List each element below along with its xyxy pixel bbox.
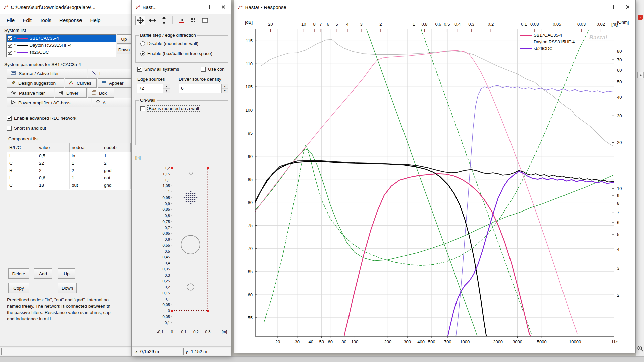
- edge-sources-value[interactable]: 72: [137, 84, 163, 93]
- enable-freespace-radio[interactable]: [140, 51, 145, 56]
- system-visible-checkbox[interactable]: [8, 50, 12, 55]
- system-up-button[interactable]: Up: [117, 34, 131, 44]
- response-window-titlebar[interactable]: ♪2 Basta! - Response: [234, 0, 635, 14]
- component-down-button[interactable]: Down: [58, 283, 77, 293]
- component-cell: 1: [102, 152, 131, 160]
- tab-row-1: Source / Active filterL: [7, 69, 138, 78]
- tab-l[interactable]: L: [88, 69, 138, 78]
- baffle-corner-handle[interactable]: [207, 167, 209, 169]
- baffle-outline[interactable]: [172, 168, 208, 311]
- grid-icon[interactable]: [189, 16, 198, 25]
- woofer-circle[interactable]: [181, 235, 200, 254]
- system-params-label: System parameters for SB17CAC35-4: [4, 62, 81, 67]
- driver-density-arrows[interactable]: ▲▼: [221, 84, 228, 93]
- column-header-nodea[interactable]: nodea: [70, 143, 102, 152]
- port-circle[interactable]: [187, 284, 194, 290]
- baffle-shape[interactable]: [171, 167, 209, 312]
- component-row-5[interactable]: C18outgnd: [7, 182, 131, 189]
- menu-edit[interactable]: Edit: [19, 16, 35, 25]
- use-con-row[interactable]: Use con: [201, 67, 231, 72]
- driver-density-value[interactable]: 6: [179, 84, 221, 93]
- use-con-checkbox[interactable]: [201, 67, 206, 72]
- system-list-item-sb26cdc[interactable]: *sb26CDC: [7, 49, 116, 56]
- component-row-3[interactable]: R22gnd: [7, 167, 131, 174]
- short-in-out-row[interactable]: Short in and out: [7, 126, 46, 131]
- system-down-button[interactable]: Down: [117, 45, 131, 54]
- tweeter-source-cluster[interactable]: [184, 191, 197, 204]
- svg-text:0,02: 0,02: [597, 22, 605, 27]
- v-resize-icon[interactable]: [159, 16, 168, 25]
- chart-legend: SB17CAC35-4Dayton RSS315HF-4sb26CDC: [520, 33, 575, 51]
- tab-source-active-filter[interactable]: Source / Active filter: [7, 69, 87, 78]
- delete-button[interactable]: Delete: [8, 268, 29, 279]
- baffle-window-title: Bast...: [143, 4, 157, 10]
- component-row-2[interactable]: C2212: [7, 160, 131, 167]
- tab-power-amplifier-ac-bass[interactable]: Power amplifier / AC-bass: [7, 98, 91, 107]
- box-on-wall-row[interactable]: Box is mounted on a wall: [140, 105, 200, 112]
- rlc-network-checkbox[interactable]: [7, 116, 12, 121]
- scroll-up-button[interactable]: [637, 72, 644, 78]
- zoom-in-icon[interactable]: [637, 345, 644, 352]
- curve-system-sum: [255, 160, 614, 201]
- enable-freespace-row[interactable]: Enable (box/baffle in free space): [140, 51, 212, 56]
- h-resize-icon[interactable]: [148, 16, 157, 25]
- tab-label: L: [99, 71, 102, 76]
- tab-driver[interactable]: Driver: [55, 88, 87, 98]
- baffle-layout-editor[interactable]: [m]1,21,151,11,0510,950,90,850,80,750,70…: [132, 153, 231, 347]
- add-button[interactable]: Add: [34, 268, 52, 279]
- svg-text:75: 75: [248, 223, 253, 228]
- chart-frame: [255, 29, 614, 336]
- baffle-window-titlebar[interactable]: ♪2 Bast...: [132, 0, 231, 14]
- minimize-button[interactable]: [184, 0, 200, 14]
- close-button[interactable]: [215, 0, 231, 14]
- record-tool-icon[interactable]: ♪: [638, 15, 643, 20]
- column-header-rlc[interactable]: R/L/C: [7, 143, 37, 152]
- edge-sources-spinner[interactable]: 72 ▲▼: [137, 84, 170, 93]
- corner-grid-icon[interactable]: [177, 16, 186, 25]
- baffle-corner-handle[interactable]: [171, 310, 173, 312]
- component-up-button[interactable]: Up: [58, 268, 75, 279]
- minimize-button[interactable]: [588, 0, 604, 14]
- column-header-value[interactable]: value: [37, 143, 70, 152]
- baffle-corner-handle[interactable]: [207, 310, 209, 312]
- copy-button[interactable]: Copy: [8, 283, 29, 293]
- bottom-axis-labels: 2030405060801002003004005007001000200030…: [275, 336, 618, 344]
- component-row-4[interactable]: L0,61out: [7, 174, 131, 182]
- tab-box[interactable]: Box: [88, 88, 114, 98]
- move-icon[interactable]: [135, 16, 145, 25]
- svg-text:0,15: 0,15: [163, 291, 170, 295]
- menu-response[interactable]: Response: [56, 16, 86, 25]
- driver-density-label: Driver source density: [179, 77, 221, 82]
- driver-density-spinner[interactable]: 6 ▲▼: [179, 84, 228, 93]
- maximize-button[interactable]: [604, 0, 620, 14]
- rect-icon[interactable]: [200, 16, 209, 25]
- column-header-nodeb[interactable]: nodeb: [102, 143, 131, 152]
- show-all-systems-checkbox[interactable]: [137, 67, 142, 72]
- menu-help[interactable]: Help: [87, 16, 104, 25]
- system-list-item-sb17cac35-4[interactable]: *SB17CAC35-4: [7, 35, 116, 42]
- system-visible-checkbox[interactable]: [8, 36, 12, 41]
- top-hole-circle[interactable]: [190, 172, 193, 175]
- tab-curves[interactable]: Curves: [65, 78, 97, 88]
- maximize-button[interactable]: [200, 0, 215, 14]
- show-all-systems-row[interactable]: Show all systems: [137, 67, 179, 72]
- close-button[interactable]: [620, 0, 635, 14]
- svg-text:40: 40: [617, 95, 622, 100]
- tab-passive-filter[interactable]: Passive filter: [7, 88, 54, 98]
- menu-tools[interactable]: Tools: [36, 16, 55, 25]
- svg-text:3000: 3000: [513, 339, 522, 344]
- system-visible-checkbox[interactable]: [8, 43, 12, 48]
- baffle-corner-handle[interactable]: [171, 167, 173, 169]
- tab-design-suggestion[interactable]: Design suggestion: [7, 78, 64, 88]
- tab-a[interactable]: A: [92, 98, 132, 107]
- rlc-network-row[interactable]: Enable advanced RLC network: [7, 116, 76, 121]
- svg-text:100: 100: [245, 108, 253, 113]
- component-row-1[interactable]: L0,5in1: [7, 152, 131, 160]
- edge-sources-arrows[interactable]: ▲▼: [163, 84, 170, 93]
- menu-file[interactable]: File: [3, 16, 18, 25]
- short-in-out-checkbox[interactable]: [7, 126, 12, 131]
- box-on-wall-checkbox[interactable]: [140, 106, 145, 111]
- system-list-item-dayton rss315hf-4[interactable]: *Dayton RSS315HF-4: [7, 42, 116, 49]
- disable-inwall-radio[interactable]: [140, 41, 145, 46]
- disable-inwall-row[interactable]: Disable (mounted in-wall): [140, 41, 198, 46]
